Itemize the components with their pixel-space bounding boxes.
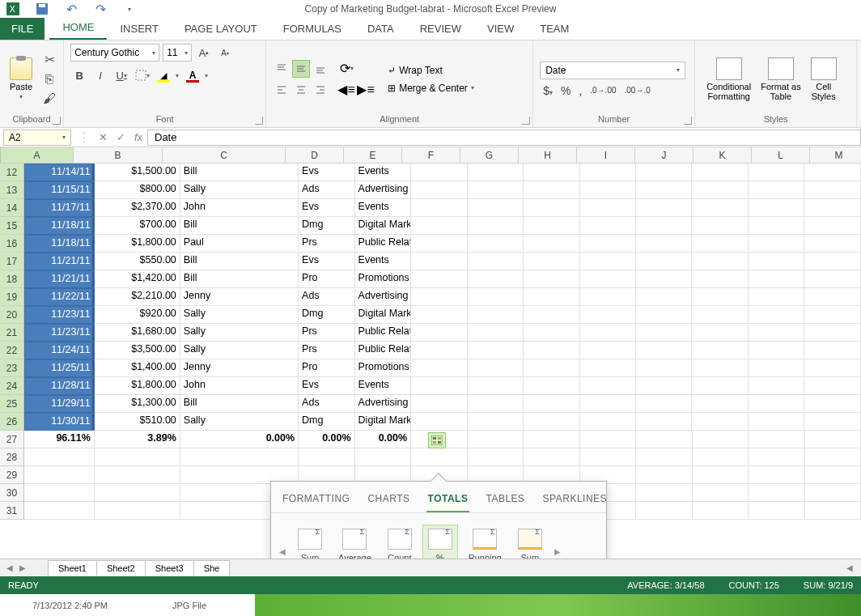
cell[interactable]: Prs [299,324,354,342]
cell[interactable] [749,164,804,181]
cell[interactable] [580,235,636,253]
row-header[interactable]: 25 [0,395,24,413]
cell[interactable] [636,270,692,288]
cell[interactable] [636,288,692,306]
cell[interactable]: Events [355,377,411,395]
number-format-select[interactable]: Date▾ [540,62,685,79]
number-launcher[interactable] [684,117,692,125]
cell[interactable] [749,359,804,377]
cell[interactable] [692,181,748,199]
cell[interactable] [580,395,636,413]
cell[interactable]: $1,500.00 [95,164,180,181]
cell[interactable] [24,466,95,484]
cell[interactable]: 11/22/11 [24,288,95,306]
cell[interactable]: $1,300.00 [95,395,180,413]
cell[interactable]: Dmg [299,413,354,431]
tab-view[interactable]: VIEW [474,18,527,40]
cell[interactable]: $1,420.00 [95,270,180,288]
cell[interactable] [468,217,524,235]
cell[interactable]: Digital Marketing [355,306,411,324]
cell[interactable]: Sally [180,324,299,342]
cell[interactable] [749,253,804,270]
cell[interactable] [468,181,524,199]
col-header-L[interactable]: L [752,147,810,163]
cell[interactable] [24,484,95,502]
increase-font-icon[interactable]: A▴ [195,44,213,62]
sheet-tab[interactable]: Sheet3 [145,560,194,576]
cell[interactable] [580,199,636,217]
cell[interactable] [580,164,636,181]
cell[interactable] [468,448,524,466]
cell[interactable]: Sally [180,413,299,431]
enter-icon[interactable]: ✓ [112,130,129,146]
cell[interactable]: 0.00% [355,431,412,448]
cell[interactable] [804,413,860,431]
cell[interactable]: Pro [299,359,354,377]
font-size-select[interactable]: 11▾ [163,44,192,62]
cell[interactable]: Digital Marketing [355,413,411,431]
qa-tab-sparklines[interactable]: SPARKLINES [541,490,609,512]
cell[interactable] [749,377,804,395]
cell[interactable] [636,466,693,484]
cell[interactable] [749,306,804,324]
file-tab[interactable]: FILE [0,18,45,40]
cell[interactable] [24,448,95,466]
cell[interactable]: $1,400.00 [95,359,180,377]
cell[interactable]: Advertising [355,181,411,199]
cell[interactable] [411,448,468,466]
cell[interactable]: Bill [180,164,299,181]
cancel-icon[interactable]: ✕ [94,130,112,146]
cell[interactable] [580,377,636,395]
cell[interactable] [804,253,860,270]
cell[interactable]: $3,500.00 [95,342,180,359]
save-icon[interactable] [36,2,49,15]
cell[interactable]: 11/25/11 [24,359,95,377]
qa-tab-totals[interactable]: TOTALS [426,490,470,512]
cell[interactable] [749,324,804,342]
formula-input[interactable]: Date [147,130,861,146]
decrease-font-icon[interactable]: A▾ [216,44,234,62]
cell[interactable]: Jenny [180,359,299,377]
cell[interactable] [805,431,861,448]
row-header[interactable]: 16 [0,235,24,253]
cell[interactable] [804,199,860,217]
cell[interactable]: Evs [299,253,354,270]
cell[interactable]: 11/18/11 [24,217,95,235]
paste-button[interactable]: Paste ▾ [6,56,36,102]
cell[interactable] [580,413,636,431]
row-header[interactable]: 19 [0,288,24,306]
underline-button[interactable]: U▾ [112,66,130,84]
row-header[interactable]: 30 [0,484,24,502]
cell[interactable] [749,181,804,199]
cell[interactable] [580,342,636,359]
cell[interactable]: Bill [180,395,299,413]
qat-customize-icon[interactable]: ▾ [123,2,136,15]
cell[interactable] [411,253,467,270]
tab-page-layout[interactable]: PAGE LAYOUT [172,18,270,40]
cell[interactable] [468,235,524,253]
cell[interactable] [524,359,579,377]
cell[interactable] [468,395,524,413]
cell[interactable] [805,466,861,484]
cell[interactable]: 0.00% [299,431,355,448]
cell[interactable] [804,217,860,235]
row-header[interactable]: 14 [0,199,24,217]
cell[interactable] [524,342,579,359]
cell[interactable] [749,288,804,306]
cell[interactable] [804,270,860,288]
cell[interactable]: 3.89% [95,431,180,448]
cell[interactable] [636,164,692,181]
cell[interactable]: Dmg [299,306,354,324]
cell[interactable] [468,377,524,395]
alignment-launcher[interactable] [522,117,530,125]
cell[interactable] [468,164,524,181]
col-header-K[interactable]: K [693,147,752,163]
cell[interactable] [636,181,692,199]
cell[interactable]: $1,800.00 [95,377,180,395]
cell[interactable]: Prs [299,235,354,253]
cell[interactable] [636,306,692,324]
cell[interactable] [411,395,467,413]
cell[interactable] [580,288,636,306]
cell[interactable] [804,306,860,324]
col-header-E[interactable]: E [344,147,402,163]
